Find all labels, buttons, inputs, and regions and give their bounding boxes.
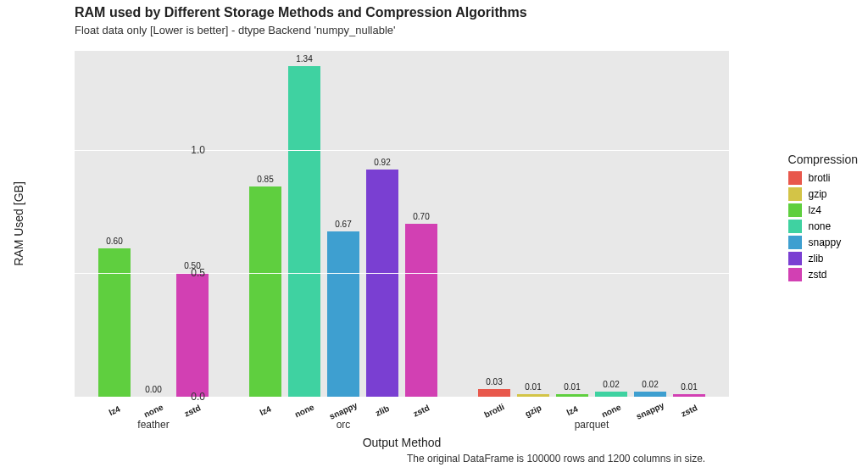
legend-item-zstd: zstd [788,268,858,281]
x-group-label-parquet: parquet [558,419,626,431]
bar-compression-label: none [600,402,622,419]
legend-swatch [788,203,802,217]
legend-item-none: none [788,220,858,233]
bar-value-label: 0.02 [603,380,619,389]
y-tick-label: 0.0 [154,391,205,403]
bar-orc-zlib: 0.92zlib [366,170,398,397]
legend-swatch [788,252,802,265]
legend-swatch [788,187,802,201]
legend-label: none [809,220,832,232]
y-tick-label: 0.5 [154,267,205,279]
bar-orc-none: 1.34none [288,66,320,398]
legend-item-snappy: snappy [788,236,858,249]
bar-value-label: 0.01 [525,382,541,392]
chart-root: RAM used by Different Storage Methods an… [0,0,868,473]
y-tick-label: 1.0 [154,144,205,156]
bar-value-label: 0.01 [564,382,580,392]
bars-layer: 0.60lz40.00none0.50zstd0.85lz41.34none0.… [75,51,729,397]
bar-value-label: 0.85 [257,175,273,184]
bar-value-label: 0.67 [335,220,351,229]
bar-value-label: 0.60 [106,236,122,246]
x-axis-label: Output Method [75,436,729,449]
bar-compression-label: none [142,402,164,419]
legend-swatch [788,236,802,249]
legend-item-lz4: lz4 [788,203,858,217]
legend-swatch [788,220,802,233]
legend-swatch [788,268,802,281]
x-group-label-feather: feather [120,419,187,431]
bar-value-label: 1.34 [296,54,312,64]
chart-subtitle: Float data only [Lower is better] - dtyp… [75,24,396,36]
bar-compression-label: gzip [524,403,543,418]
bar-compression-label: zstd [412,403,431,418]
legend-label: gzip [809,188,827,200]
bar-value-label: 0.03 [486,377,502,387]
legend-label: lz4 [809,204,821,216]
bar-value-label: 0.70 [413,212,429,221]
bar-value-label: 0.02 [642,380,658,389]
bar-parquet-brotli: 0.03brotli [478,389,510,397]
x-group-label-orc: orc [309,419,377,431]
bar-compression-label: zstd [183,403,203,418]
bar-feather-lz4: 0.60lz4 [98,248,131,397]
legend-label: zlib [809,253,824,264]
legend-item-brotli: brotli [788,171,858,185]
bar-compression-label: lz4 [108,404,122,418]
y-axis-label: RAM Used [GB] [12,181,25,266]
legend-label: zstd [809,269,827,281]
chart-caption: The original DataFrame is 100000 rows an… [407,453,705,465]
bar-orc-lz4: 0.85lz4 [249,186,281,397]
bar-value-label: 0.92 [374,158,390,167]
bar-orc-zstd: 0.70zstd [405,224,437,397]
legend-swatch [788,171,802,185]
bar-compression-label: zlib [374,403,391,418]
plot-area: 0.60lz40.00none0.50zstd0.85lz41.34none0.… [75,51,729,397]
bar-orc-snappy: 0.67snappy [327,231,359,397]
bar-compression-label: zstd [680,403,699,418]
bar-compression-label: none [293,402,315,419]
chart-title: RAM used by Different Storage Methods an… [75,5,527,20]
legend-item-gzip: gzip [788,187,858,201]
bar-compression-label: lz4 [259,404,273,418]
bar-compression-label: lz4 [565,404,580,418]
legend-items: brotligziplz4nonesnappyzlibzstd [788,171,858,281]
legend-item-zlib: zlib [788,252,858,265]
legend-label: brotli [809,172,831,184]
bar-feather-zstd: 0.50zstd [176,273,209,397]
bar-compression-label: snappy [635,400,665,421]
legend-title: Compression [788,153,858,166]
legend-label: snappy [809,236,842,248]
bar-compression-label: brotli [482,402,505,420]
bar-value-label: 0.01 [681,382,697,392]
legend: Compression brotligziplz4nonesnappyzlibz… [788,153,858,284]
